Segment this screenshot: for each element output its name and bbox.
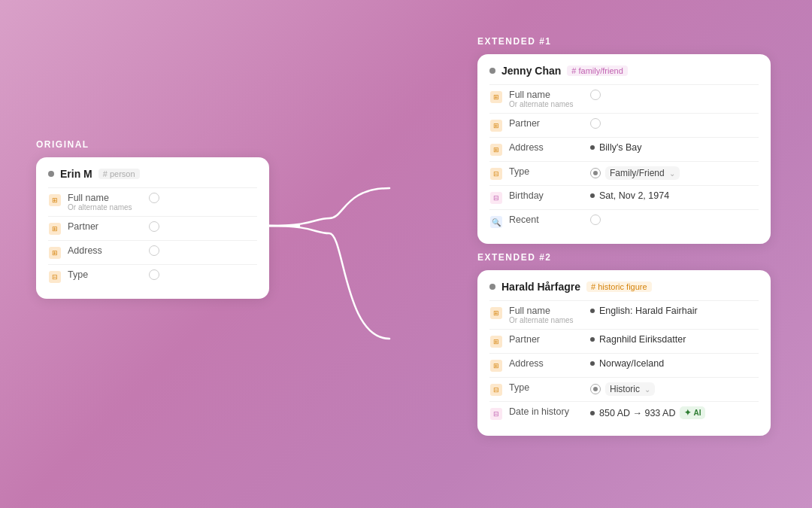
field-label: Partner — [68, 221, 143, 232]
extended1-label: EXTENDED #1 — [477, 36, 771, 47]
select-value: Historic — [610, 384, 640, 394]
field-label: Partner — [509, 118, 584, 129]
field-label-wrap: Address — [509, 358, 584, 369]
original-header-dot — [48, 171, 54, 177]
extended1-fields: ⊞Full nameOr alternate names⊞Partner⊞Add… — [489, 84, 759, 233]
field-label: Address — [509, 142, 584, 153]
field-label-wrap: Type — [509, 166, 584, 177]
value-dot — [590, 145, 595, 150]
field-value — [590, 214, 759, 225]
field-value — [149, 245, 257, 256]
extended2-card-title: Harald Hårfagre — [501, 281, 580, 293]
field-icon: ⊟ — [489, 167, 503, 181]
extended2-card: Harald Hårfagre # historic figure ⊞Full … — [477, 270, 771, 436]
field-value — [149, 193, 257, 203]
field-value: Sat, Nov 2, 1974 — [590, 190, 759, 201]
extended1-card-header: Jenny Chan # family/friend — [489, 65, 759, 77]
field-label-wrap: Full nameOr alternate names — [68, 193, 143, 211]
field-icon: ⊞ — [489, 143, 503, 157]
field-label: Full name — [68, 193, 143, 203]
field-label-wrap: Address — [68, 245, 143, 256]
field-label: Type — [68, 269, 143, 280]
field-icon: ⊟ — [489, 191, 503, 205]
field-label: Type — [509, 166, 584, 177]
field-value: English: Harald Fairhair — [590, 306, 759, 316]
original-card: Erin M # person ⊞Full nameOr alternate n… — [36, 157, 269, 299]
field-label: Birthday — [509, 190, 584, 201]
field-value: 850 AD → 933 AD✦AI — [590, 406, 759, 419]
field-row: ⊟Date in history850 AD → 933 AD✦AI — [489, 401, 759, 425]
value-dot — [590, 309, 595, 313]
field-icon: ⊟ — [489, 383, 503, 397]
field-icon: ⊟ — [48, 270, 62, 284]
select-value: Family/Friend — [610, 168, 665, 178]
original-fields: ⊞Full nameOr alternate names⊞Partner⊞Add… — [48, 187, 257, 288]
field-value — [149, 269, 257, 280]
field-icon: ⊞ — [489, 335, 503, 348]
extended2-label: EXTENDED #2 — [477, 252, 771, 263]
field-row: ⊞Full nameOr alternate names — [48, 187, 257, 216]
field-row: ⊟Type — [48, 264, 257, 288]
value-text: Sat, Nov 2, 1974 — [599, 190, 669, 201]
field-icon: ⊞ — [48, 246, 62, 260]
empty-circle — [149, 221, 159, 232]
value-dot — [590, 337, 595, 342]
field-icon: ⊟ — [489, 407, 503, 421]
field-label: Address — [68, 245, 143, 256]
field-icon: ⊞ — [489, 359, 503, 373]
field-label: Full name — [509, 306, 584, 316]
field-row: ⊞PartnerRagnhild Eiriksdatter — [489, 329, 759, 353]
value-text: Norway/Iceland — [599, 358, 664, 369]
field-icon: 🔍 — [489, 215, 503, 229]
field-label: Type — [509, 382, 584, 393]
select-pill[interactable]: Family/Friend⌄ — [605, 166, 680, 180]
extended1-header-dot — [489, 68, 495, 74]
value-dot — [590, 411, 595, 415]
value-text: English: Harald Fairhair — [599, 306, 698, 316]
empty-circle — [149, 193, 159, 203]
field-icon: ⊞ — [489, 119, 503, 132]
field-label-wrap: Partner — [68, 221, 143, 232]
field-row: ⊞Full nameOr alternate names — [489, 84, 759, 113]
extended2-section: EXTENDED #2 Harald Hårfagre # historic f… — [477, 252, 771, 436]
field-label-wrap: Recent — [509, 214, 584, 225]
field-label: Date in history — [509, 406, 584, 417]
select-arrow-icon: ⌄ — [669, 169, 675, 178]
field-label-wrap: Birthday — [509, 190, 584, 201]
empty-circle — [149, 245, 159, 256]
field-value — [590, 90, 759, 100]
extended1-card-title: Jenny Chan — [501, 65, 561, 77]
field-label-wrap: Partner — [509, 334, 584, 345]
empty-circle — [590, 118, 601, 129]
extended1-section: EXTENDED #1 Jenny Chan # family/friend ⊞… — [477, 36, 771, 244]
extended2-card-tag: # historic figure — [586, 281, 652, 292]
field-label: Address — [509, 358, 584, 369]
value-text: 850 AD → 933 AD — [599, 408, 675, 418]
field-value: Billy's Bay — [590, 142, 759, 153]
original-section: ORIGINAL Erin M # person ⊞Full nameOr al… — [36, 139, 269, 299]
field-value: Historic⌄ — [590, 382, 759, 396]
original-card-tag: # person — [98, 169, 140, 179]
field-icon: ⊞ — [48, 222, 62, 236]
ai-badge: ✦AI — [680, 406, 705, 419]
radio-dot — [590, 384, 601, 394]
value-dot — [590, 193, 595, 198]
extended2-fields: ⊞Full nameOr alternate namesEnglish: Har… — [489, 300, 759, 425]
field-row: ⊞AddressBilly's Bay — [489, 137, 759, 161]
field-row: ⊞Address — [48, 240, 257, 264]
original-card-header: Erin M # person — [48, 168, 257, 180]
field-value: Family/Friend⌄ — [590, 166, 759, 180]
empty-circle — [590, 90, 601, 100]
field-sublabel: Or alternate names — [509, 316, 584, 324]
field-label: Partner — [509, 334, 584, 345]
field-value: Ragnhild Eiriksdatter — [590, 334, 759, 345]
empty-circle — [590, 214, 601, 225]
value-text: Billy's Bay — [599, 142, 642, 153]
field-label-wrap: Address — [509, 142, 584, 153]
field-row: ⊟BirthdaySat, Nov 2, 1974 — [489, 185, 759, 209]
select-pill[interactable]: Historic⌄ — [605, 382, 655, 396]
field-label-wrap: Type — [509, 382, 584, 393]
field-icon: ⊞ — [489, 90, 503, 104]
value-dot — [590, 361, 595, 366]
field-row: 🔍Recent — [489, 209, 759, 233]
